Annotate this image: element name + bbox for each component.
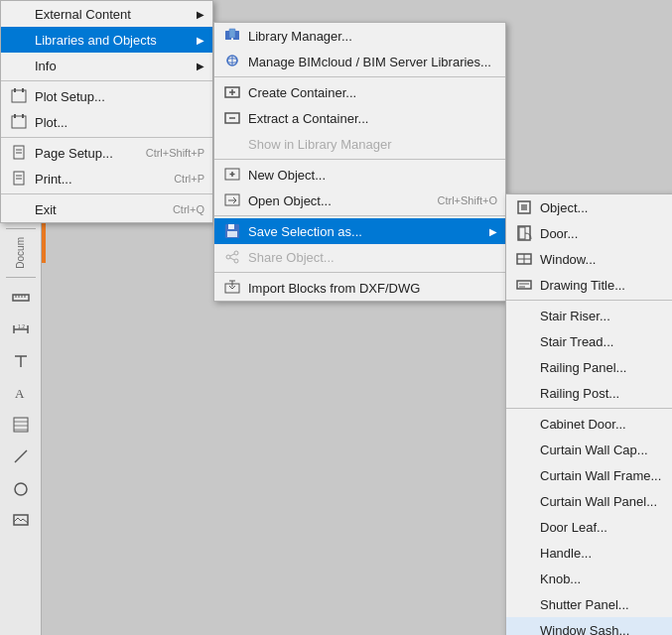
svg-point-55	[226, 255, 230, 259]
menu-level2: Library Manager... Manage BIMcloud / BIM…	[213, 22, 506, 302]
menu-icon-external	[9, 4, 29, 24]
menu-item-print[interactable]: Print... Ctrl+P	[1, 166, 212, 191]
menu-label-import-blocks: Import Blocks from DXF/DWG	[248, 281, 497, 296]
menu-item-extract-container[interactable]: Extract a Container...	[214, 105, 505, 131]
menu-item-save-selection-as[interactable]: Save Selection as... ▶	[214, 218, 505, 244]
menu-label-print: Print...	[35, 172, 166, 187]
toolbar-icon-hatch[interactable]	[4, 410, 38, 440]
menu-item-curtain-wall-cap[interactable]: Curtain Wall Cap...	[506, 437, 672, 462]
menu-label-plot-setup: Plot Setup...	[35, 89, 204, 104]
sep-l3-2	[506, 408, 672, 409]
menu-label-share-object: Share Object...	[248, 250, 497, 265]
menu-label-open-object: Open Object...	[248, 193, 429, 208]
toolbar-icon-text-a[interactable]: A	[4, 378, 38, 408]
menu-item-handle[interactable]: Handle...	[506, 540, 672, 566]
menu-item-libraries-and-objects[interactable]: Libraries and Objects ▶	[1, 27, 212, 53]
menu-icon-lib-obj	[9, 30, 29, 50]
menu-item-shutter-panel[interactable]: Shutter Panel...	[506, 591, 672, 617]
menu-label-curtain-wall-panel: Curtain Wall Panel...	[540, 494, 665, 509]
separator-1	[1, 80, 212, 81]
menu-item-stair-riser[interactable]: Stair Riser...	[506, 303, 672, 328]
menu-icon-exit	[9, 199, 29, 219]
menu-item-page-setup[interactable]: Page Setup... Ctrl+Shift+P	[1, 140, 212, 166]
sep-l2-4	[214, 272, 505, 273]
menu-label-curtain-wall-cap: Curtain Wall Cap...	[540, 443, 665, 457]
menu-label-railing-panel: Railing Panel...	[540, 360, 665, 375]
menu-item-import-blocks[interactable]: Import Blocks from DXF/DWG	[214, 275, 505, 301]
toolbar-divider-2	[6, 277, 36, 278]
toolbar-icon-dimension[interactable]: 1.2	[4, 315, 38, 344]
toolbar-icon-image[interactable]	[4, 505, 38, 535]
menu-icon-drawing-title	[514, 275, 534, 295]
menu-item-exit[interactable]: Exit Ctrl+Q	[1, 196, 212, 222]
menu-label-window: Window...	[540, 252, 665, 267]
separator-2	[1, 137, 212, 138]
toolbar-icon-circle[interactable]	[4, 473, 38, 503]
menu-icon-create-container	[222, 82, 242, 102]
menu-label-object: Object...	[540, 200, 665, 215]
menu-label-extract-container: Extract a Container...	[248, 111, 497, 126]
toolbar-icon-ruler[interactable]	[4, 283, 38, 313]
menu-icon-railing-post	[514, 383, 534, 403]
menu-label-create-container: Create Container...	[248, 85, 497, 100]
menu-item-create-container[interactable]: Create Container...	[214, 79, 505, 105]
menu-item-cabinet-door[interactable]: Cabinet Door...	[506, 411, 672, 437]
menu-label-curtain-wall-frame: Curtain Wall Frame...	[540, 468, 665, 483]
menu-item-drawing-title[interactable]: Drawing Title...	[506, 272, 672, 298]
arrow-libraries-and-objects: ▶	[197, 35, 204, 46]
menu-label-drawing-title: Drawing Title...	[540, 278, 665, 293]
menu-label-info: Info	[35, 59, 193, 73]
shortcut-open-object: Ctrl+Shift+O	[437, 194, 497, 206]
toolbar-icon-line[interactable]	[4, 442, 38, 471]
menu-item-external-content[interactable]: External Content ▶	[1, 1, 212, 27]
menu-icon-manage-bimcloud	[222, 52, 242, 71]
menu-item-curtain-wall-frame[interactable]: Curtain Wall Frame...	[506, 462, 672, 488]
svg-rect-53	[228, 224, 234, 229]
menu-icon-knob	[514, 569, 534, 588]
menu-icon-stair-tread	[514, 331, 534, 351]
menu-item-door-leaf[interactable]: Door Leaf...	[506, 514, 672, 540]
menu-item-plot-setup[interactable]: Plot Setup...	[1, 83, 212, 109]
menu-label-handle: Handle...	[540, 546, 665, 561]
shortcut-exit: Ctrl+Q	[173, 203, 204, 215]
svg-rect-54	[227, 231, 237, 237]
svg-rect-27	[14, 88, 16, 92]
menu-item-show-library: Show in Library Manager	[214, 131, 505, 157]
svg-rect-30	[14, 114, 16, 118]
sep-l2-1	[214, 76, 505, 77]
menu-item-new-object[interactable]: New Object...	[214, 162, 505, 188]
menu-icon-share-object	[222, 247, 242, 267]
menu-item-stair-tread[interactable]: Stair Tread...	[506, 328, 672, 354]
menu-label-save-selection-as: Save Selection as...	[248, 224, 485, 239]
shortcut-page-setup: Ctrl+Shift+P	[146, 147, 204, 159]
menu-label-manage-bimcloud: Manage BIMcloud / BIM Server Libraries..…	[248, 55, 497, 69]
menu-item-open-object[interactable]: Open Object... Ctrl+Shift+O	[214, 188, 505, 213]
menu-icon-curtain-wall-frame	[514, 465, 534, 485]
svg-rect-62	[521, 204, 527, 210]
menu-label-library-manager: Library Manager...	[248, 29, 497, 44]
menu-item-window-sash[interactable]: Window Sash...	[506, 617, 672, 635]
menu-item-door[interactable]: Door...	[506, 220, 672, 246]
menu-icon-page-setup	[9, 143, 29, 163]
svg-point-24	[15, 483, 27, 495]
svg-rect-40	[229, 29, 235, 38]
menu-level1: External Content ▶ Libraries and Objects…	[0, 0, 213, 223]
svg-point-56	[234, 251, 238, 255]
menu-item-library-manager[interactable]: Library Manager...	[214, 23, 505, 49]
menu-item-info[interactable]: Info ▶	[1, 53, 212, 78]
menu-label-railing-post: Railing Post...	[540, 386, 665, 401]
menu-icon-plot-setup	[9, 86, 29, 106]
menu-item-knob[interactable]: Knob...	[506, 566, 672, 591]
menu-item-manage-bimcloud[interactable]: Manage BIMcloud / BIM Server Libraries..…	[214, 49, 505, 74]
menu-item-object[interactable]: Object...	[506, 194, 672, 220]
menu-item-curtain-wall-panel[interactable]: Curtain Wall Panel...	[506, 488, 672, 514]
svg-rect-64	[519, 227, 525, 239]
docum-label: Docum	[15, 237, 26, 269]
toolbar-icon-text[interactable]	[4, 346, 38, 376]
menu-item-window[interactable]: Window...	[506, 246, 672, 272]
menu-label-show-library: Show in Library Manager	[248, 137, 497, 152]
menu-item-plot[interactable]: Plot...	[1, 109, 212, 135]
arrow-external-content: ▶	[197, 9, 204, 20]
menu-item-railing-post[interactable]: Railing Post...	[506, 380, 672, 406]
menu-item-railing-panel[interactable]: Railing Panel...	[506, 354, 672, 380]
